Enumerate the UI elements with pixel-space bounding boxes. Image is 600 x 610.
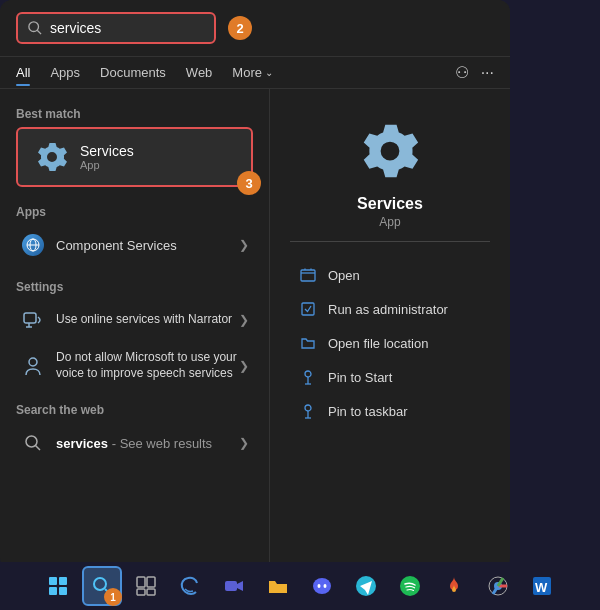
- explorer-icon[interactable]: [258, 566, 298, 606]
- badge-1: 1: [104, 588, 122, 606]
- more-options-icon[interactable]: ···: [481, 64, 494, 82]
- narrator-settings-text: Use online services with Narrator: [56, 312, 239, 328]
- svg-rect-27: [137, 589, 145, 595]
- best-match-subtitle: App: [80, 159, 134, 171]
- left-panel: Best match Services App 3 Apps: [0, 89, 270, 570]
- edge-icon[interactable]: [170, 566, 210, 606]
- right-panel-icon: [358, 119, 422, 183]
- component-services-text: Component Services: [56, 238, 239, 253]
- svg-point-30: [313, 578, 331, 594]
- chevron-right-icon-3: ❯: [239, 359, 249, 373]
- svg-rect-22: [59, 587, 67, 595]
- tab-all[interactable]: All: [16, 65, 30, 86]
- tab-apps[interactable]: Apps: [50, 65, 80, 86]
- settings-label: Settings: [0, 274, 269, 298]
- best-match-label: Best match: [0, 101, 269, 125]
- component-services-item[interactable]: Component Services ❯: [4, 224, 265, 266]
- best-match-title: Services: [80, 143, 134, 159]
- apps-label: Apps: [0, 199, 269, 223]
- right-panel: Services App Open: [270, 89, 510, 570]
- start-button[interactable]: [38, 566, 78, 606]
- badge-3: 3: [237, 171, 261, 195]
- narrator-settings-item[interactable]: Use online services with Narrator ❯: [4, 299, 265, 341]
- svg-rect-5: [24, 313, 36, 323]
- action-pin-taskbar[interactable]: Pin to taskbar: [290, 394, 490, 428]
- voice-settings-text: Do not allow Microsoft to use your voice…: [56, 350, 239, 381]
- action-admin[interactable]: Run as administrator: [290, 292, 490, 326]
- pin-start-icon: [298, 367, 318, 387]
- svg-point-0: [29, 22, 39, 32]
- svg-rect-21: [49, 587, 57, 595]
- action-pin-start-text: Pin to Start: [328, 370, 392, 385]
- action-pin-start[interactable]: Pin to Start: [290, 360, 490, 394]
- action-admin-text: Run as administrator: [328, 302, 448, 317]
- taskbar-search-button[interactable]: 1: [82, 566, 122, 606]
- svg-rect-28: [147, 589, 155, 595]
- web-search-icon: [20, 430, 46, 456]
- right-panel-subtitle: App: [379, 215, 400, 229]
- action-pin-taskbar-text: Pin to taskbar: [328, 404, 408, 419]
- web-query-bold: services: [56, 436, 108, 451]
- action-open[interactable]: Open: [290, 258, 490, 292]
- open-icon: [298, 265, 318, 285]
- divider: [290, 241, 490, 242]
- search-bar-area: 2: [0, 0, 510, 57]
- web-suffix: - See web results: [112, 436, 212, 451]
- chevron-right-icon: ❯: [239, 238, 249, 252]
- svg-line-10: [36, 446, 41, 451]
- chrome-icon[interactable]: [478, 566, 518, 606]
- content-area: Best match Services App 3 Apps: [0, 89, 510, 570]
- best-match-text: Services App: [80, 143, 134, 171]
- component-services-icon: [20, 232, 46, 258]
- action-open-text: Open: [328, 268, 360, 283]
- tab-web[interactable]: Web: [186, 65, 213, 86]
- chevron-right-icon-4: ❯: [239, 436, 249, 450]
- web-search-text: services - See web results: [56, 436, 239, 451]
- teams-icon[interactable]: [214, 566, 254, 606]
- svg-rect-25: [137, 577, 145, 587]
- web-search-label: Search the web: [0, 397, 269, 421]
- spotify-icon[interactable]: [390, 566, 430, 606]
- task-view-button[interactable]: [126, 566, 166, 606]
- discord-icon[interactable]: [302, 566, 342, 606]
- svg-rect-20: [59, 577, 67, 585]
- voice-icon: [20, 353, 46, 379]
- search-input-wrap[interactable]: [16, 12, 216, 44]
- search-input[interactable]: [50, 20, 190, 36]
- taskbar: 1: [0, 562, 600, 610]
- word-icon[interactable]: W: [522, 566, 562, 606]
- svg-rect-29: [225, 581, 237, 591]
- svg-rect-11: [301, 270, 315, 281]
- telegram-icon[interactable]: [346, 566, 386, 606]
- action-file-location-text: Open file location: [328, 336, 428, 351]
- svg-text:W: W: [535, 580, 548, 595]
- folder-icon: [298, 333, 318, 353]
- svg-rect-26: [147, 577, 155, 587]
- search-panel: 2 All Apps Documents Web More ⌄ ⚇ ··· Be…: [0, 0, 510, 570]
- tab-more[interactable]: More ⌄: [232, 65, 273, 86]
- web-search-item[interactable]: services - See web results ❯: [4, 422, 265, 464]
- tab-documents[interactable]: Documents: [100, 65, 166, 86]
- search-icon: [28, 21, 42, 35]
- chevron-right-icon-2: ❯: [239, 313, 249, 327]
- badge-2: 2: [228, 16, 252, 40]
- admin-icon: [298, 299, 318, 319]
- svg-rect-12: [302, 303, 314, 315]
- narrator-icon: [20, 307, 46, 333]
- svg-point-9: [26, 436, 37, 447]
- right-panel-title: Services: [357, 195, 423, 213]
- chevron-down-icon: ⌄: [265, 67, 273, 78]
- pin-taskbar-icon: [298, 401, 318, 421]
- action-file-location[interactable]: Open file location: [290, 326, 490, 360]
- voice-settings-item[interactable]: Do not allow Microsoft to use your voice…: [4, 342, 265, 389]
- profile-icon[interactable]: ⚇: [455, 63, 469, 82]
- best-match-item[interactable]: Services App 3: [16, 127, 253, 187]
- nav-right-icons: ⚇ ···: [455, 63, 494, 88]
- svg-point-8: [29, 358, 37, 366]
- svg-point-32: [324, 584, 327, 588]
- svg-point-16: [305, 405, 311, 411]
- nav-tabs: All Apps Documents Web More ⌄ ⚇ ···: [0, 57, 510, 89]
- fire-icon[interactable]: [434, 566, 474, 606]
- svg-point-13: [305, 371, 311, 377]
- svg-line-1: [37, 30, 41, 34]
